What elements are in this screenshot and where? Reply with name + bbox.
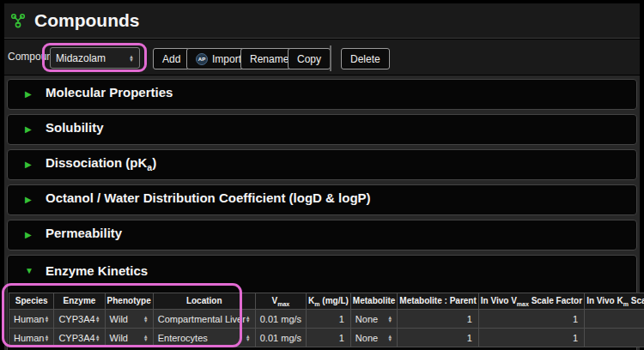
section-label: Solubility	[46, 120, 104, 140]
vmax-cell[interactable]: 0.01 mg/s	[255, 329, 306, 347]
enzyme-kinetics-table: Species Enzyme Phenotype Location Vmax K…	[9, 293, 644, 347]
metabolite-select[interactable]: None▲▼	[350, 329, 397, 347]
table-row: Human▲▼ CYP3A4▲▼ Wild▲▼ Compartmental Li…	[9, 310, 644, 329]
chevron-right-icon: ▶	[25, 192, 35, 208]
chevron-right-icon: ▶	[25, 122, 35, 137]
compound-select-value: Midazolam	[56, 52, 129, 64]
enzyme-select[interactable]: CYP3A4▲▼	[54, 310, 105, 329]
section-label: Molecular Properties	[46, 85, 173, 105]
species-select[interactable]: Human▲▼	[9, 310, 54, 329]
stepper-icon: ▲▼	[129, 55, 134, 62]
chevron-right-icon: ▶	[25, 87, 35, 102]
section-dissociation[interactable]: ▶ Dissociation (pKa)	[7, 149, 637, 180]
section-octanol-water[interactable]: ▶ Octanol / Water Distribution Coefficie…	[7, 184, 637, 215]
invivo-km-sf-cell[interactable]: 1	[585, 329, 644, 347]
stepper-icon: ▲▼	[387, 335, 392, 341]
add-button[interactable]: Add	[153, 48, 190, 69]
km-cell[interactable]: 1	[307, 329, 351, 347]
molecule-icon	[9, 13, 27, 28]
col-header-metabolite-parent: Metabolite : Parent	[398, 293, 478, 310]
km-cell[interactable]: 1	[307, 310, 351, 329]
table-row: Human▲▼ CYP3A4▲▼ Wild▲▼ Enterocytes▲▼ 0.…	[9, 329, 644, 347]
species-select[interactable]: Human▲▼	[9, 329, 54, 347]
section-label: Enzyme Kinetics	[46, 263, 148, 283]
col-header-phenotype: Phenotype	[105, 293, 153, 310]
rename-button-label: Rename	[250, 53, 289, 65]
delete-button-label: Delete	[350, 53, 380, 65]
metabolite-parent-cell[interactable]: 1	[398, 329, 478, 347]
stepper-icon: ▲▼	[95, 335, 100, 341]
section-permeability[interactable]: ▶ Permeability	[7, 220, 637, 250]
table-header-row: Species Enzyme Phenotype Location Vmax K…	[9, 293, 644, 310]
copy-button[interactable]: Copy	[288, 48, 331, 69]
invivo-km-sf-cell[interactable]: 1	[585, 310, 644, 329]
admet-predictor-icon: AP	[196, 53, 208, 65]
chevron-right-icon: ▶	[25, 227, 35, 243]
section-solubility[interactable]: ▶ Solubility	[7, 114, 637, 145]
phenotype-select[interactable]: Wild▲▼	[105, 310, 153, 329]
add-button-label: Add	[162, 53, 180, 65]
col-header-species: Species	[9, 293, 54, 310]
compound-toolbar: Compound Midazolam ▲▼ Add AP Import Rena…	[4, 39, 640, 75]
compounds-window: Compounds Compound Midazolam ▲▼ Add AP I…	[0, 0, 644, 350]
stepper-icon: ▲▼	[246, 316, 251, 323]
col-header-invivo-vmax-sf: In Vivo Vmax Scale Factor	[478, 293, 584, 310]
section-molecular-properties[interactable]: ▶ Molecular Properties	[7, 79, 637, 110]
col-header-invivo-km-sf: In Vivo Km Scale Factor	[585, 293, 644, 310]
metabolite-parent-cell[interactable]: 1	[398, 310, 478, 329]
stepper-icon: ▲▼	[44, 316, 49, 323]
phenotype-select[interactable]: Wild▲▼	[105, 329, 153, 347]
col-header-metabolite: Metabolite	[350, 293, 397, 310]
import-button-label: Import	[212, 53, 241, 65]
stepper-icon: ▲▼	[95, 316, 100, 323]
col-header-location: Location	[153, 293, 255, 310]
chevron-down-icon: ▼	[25, 263, 35, 279]
sections-panel: ▶ Molecular Properties ▶ Solubility ▶ Di…	[4, 75, 640, 350]
location-select[interactable]: Enterocytes▲▼	[153, 329, 255, 347]
invivo-vmax-sf-cell[interactable]: 1	[478, 329, 584, 347]
chevron-right-icon: ▶	[25, 157, 35, 172]
copy-button-label: Copy	[297, 53, 321, 65]
stepper-icon: ▲▼	[246, 335, 251, 341]
toolbar-divider	[330, 45, 331, 71]
compound-select[interactable]: Midazolam ▲▼	[50, 47, 140, 69]
location-select[interactable]: Compartmental Liver▲▼	[153, 310, 255, 329]
section-label: Octanol / Water Distribution Coefficient…	[46, 190, 371, 210]
col-header-enzyme: Enzyme	[54, 293, 105, 310]
metabolite-select[interactable]: None▲▼	[350, 310, 397, 329]
section-label: Dissociation (pKa)	[46, 155, 156, 175]
page-title: Compounds	[34, 10, 139, 31]
stepper-icon: ▲▼	[44, 335, 49, 341]
title-bar: Compounds	[4, 3, 640, 39]
stepper-icon: ▲▼	[143, 335, 149, 341]
vmax-cell[interactable]: 0.01 mg/s	[255, 310, 306, 329]
col-header-km: Km (mg/L)	[307, 293, 351, 310]
enzyme-select[interactable]: CYP3A4▲▼	[54, 329, 105, 347]
stepper-icon: ▲▼	[387, 316, 392, 323]
delete-button[interactable]: Delete	[341, 48, 390, 69]
section-label: Permeability	[46, 226, 122, 245]
invivo-vmax-sf-cell[interactable]: 1	[478, 310, 584, 329]
stepper-icon: ▲▼	[143, 316, 149, 323]
col-header-vmax: Vmax	[255, 293, 306, 310]
